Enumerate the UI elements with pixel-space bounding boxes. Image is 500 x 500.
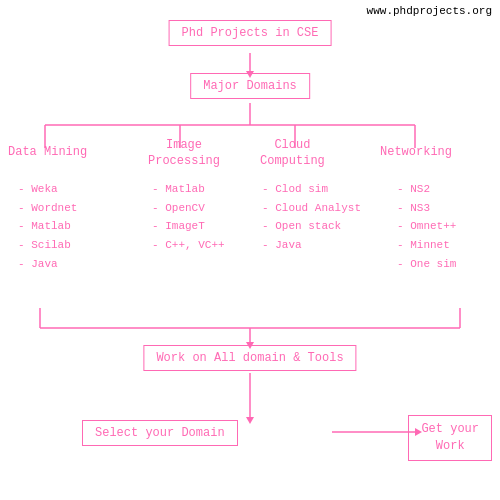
- phd-box: Phd Projects in CSE: [169, 20, 332, 46]
- major-box: Major Domains: [190, 73, 310, 99]
- sublist-networking: NS2 NS3 Omnet++ Minnet One sim: [397, 180, 456, 273]
- website-label: www.phdprojects.org: [367, 5, 492, 17]
- domain-datamining: Data Mining: [8, 145, 87, 161]
- sublist-datamining: Weka Wordnet Matlab Scilab Java: [18, 180, 77, 273]
- domain-networking: Networking: [380, 145, 452, 161]
- get-box[interactable]: Get your Work: [408, 415, 492, 461]
- domain-imageprocessing: ImageProcessing: [148, 138, 220, 169]
- work-box: Work on All domain & Tools: [143, 345, 356, 371]
- sublist-cloudcomputing: Clod sim Cloud Analyst Open stack Java: [262, 180, 361, 255]
- sublist-imageprocessing: Matlab OpenCV ImageT C++, VC++: [152, 180, 225, 255]
- select-box[interactable]: Select your Domain: [82, 420, 238, 446]
- domain-cloudcomputing: CloudComputing: [260, 138, 325, 169]
- svg-marker-13: [246, 417, 254, 424]
